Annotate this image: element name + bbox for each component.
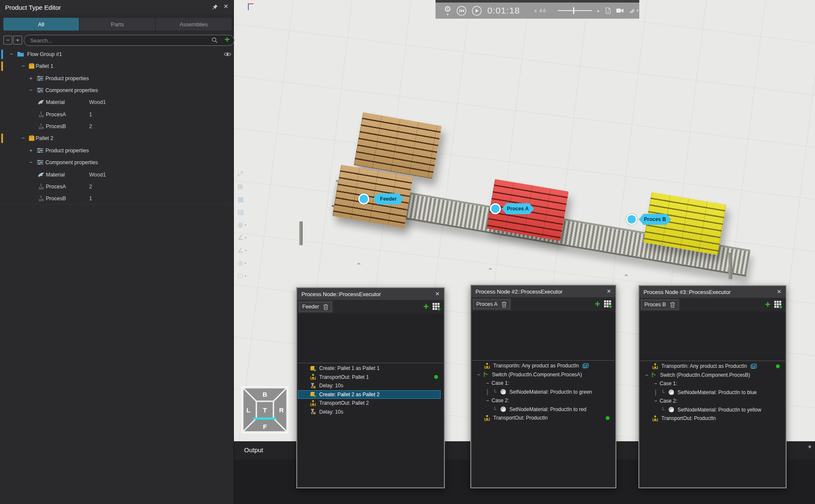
- process-step[interactable]: │└SetNodeMaterial: ProductIn to blue: [640, 388, 785, 397]
- expander[interactable]: −: [645, 372, 651, 378]
- chevron-down-icon[interactable]: ▼: [636, 9, 639, 13]
- expander[interactable]: −: [486, 398, 492, 403]
- proces-a-tag[interactable]: Proces A: [502, 203, 534, 214]
- process-step[interactable]: Delay: 10s: [298, 381, 443, 390]
- slider-handle[interactable]: [573, 7, 574, 14]
- process-step[interactable]: −Switch (ProductIn.Component.ProcesA): [472, 370, 615, 379]
- expander[interactable]: −: [10, 51, 13, 57]
- tab-assemblies[interactable]: Assemblies: [156, 18, 231, 31]
- connectivity-icon[interactable]: [629, 7, 635, 14]
- tree-item[interactable]: −Pallet 2: [0, 132, 233, 144]
- expand-all-button[interactable]: +: [13, 36, 22, 45]
- expander[interactable]: −: [22, 63, 25, 69]
- tab-all[interactable]: All: [3, 18, 79, 31]
- world-star-icon[interactable]: ✳: [808, 444, 812, 450]
- close-icon[interactable]: ✕: [607, 288, 611, 294]
- tree-item[interactable]: −Pallet 1: [0, 60, 233, 72]
- expander[interactable]: −: [22, 135, 25, 141]
- trash-icon[interactable]: [501, 301, 507, 308]
- add-product-type-button[interactable]: +: [225, 34, 230, 45]
- tree-item[interactable]: +Product properties: [0, 73, 233, 84]
- speed-slider[interactable]: [558, 7, 592, 14]
- expander[interactable]: −: [654, 381, 660, 386]
- proces-b-node-handle[interactable]: [626, 214, 637, 225]
- coords-object-button[interactable]: ∠▼: [238, 245, 252, 255]
- tree-item[interactable]: −Flow Group #1: [0, 48, 233, 60]
- tree-item[interactable]: 1123ProcesA2: [0, 181, 233, 193]
- close-icon[interactable]: ✕: [777, 288, 781, 295]
- process-step[interactable]: TransportOut: ProductIn: [472, 414, 615, 423]
- process-step[interactable]: Create: Pallet 1 as Pallet 1: [298, 364, 443, 373]
- expander[interactable]: +: [29, 147, 33, 154]
- add-statement-button[interactable]: +: [765, 299, 770, 310]
- process-step[interactable]: Delay: 10s: [298, 408, 443, 417]
- process-step[interactable]: └SetNodeMaterial: ProductIn to red: [472, 405, 615, 414]
- panel-title-bar[interactable]: Process Node::ProcessExecutor ✕: [297, 288, 444, 300]
- tree-item[interactable]: +Product properties: [0, 145, 233, 157]
- tree-item[interactable]: MaterialWood1: [0, 169, 233, 181]
- panel-title-bar[interactable]: Process Node #2::ProcessExecutor ✕: [471, 286, 615, 297]
- tree-item[interactable]: −Component properties: [0, 157, 233, 168]
- process-step[interactable]: TransportOut: ProductIn: [640, 414, 785, 423]
- export-pdf-icon[interactable]: A: [605, 7, 611, 14]
- tree-item[interactable]: 1123ProcesB1: [0, 193, 233, 204]
- proces-b-tag[interactable]: Proces B: [639, 214, 671, 225]
- process-step[interactable]: −Switch (ProductIn.Component.ProcesB): [640, 371, 785, 380]
- close-icon[interactable]: ✕: [435, 291, 440, 297]
- selection-mode-button[interactable]: ◎▼: [238, 258, 252, 268]
- fit-view-button[interactable]: ⤢: [238, 169, 252, 179]
- rewind-button[interactable]: [456, 5, 467, 17]
- tree-item[interactable]: MaterialWood1: [0, 96, 233, 108]
- grid-snap-button[interactable]: ▦: [238, 194, 252, 204]
- statement-grid-icon[interactable]: [774, 300, 782, 309]
- trash-icon[interactable]: [323, 304, 329, 310]
- simulation-settings-button[interactable]: ⚙ ▼: [444, 5, 451, 17]
- process-step[interactable]: TransportIn: Any product as ProductIn: [472, 361, 615, 370]
- checkbox-icon[interactable]: [582, 363, 589, 369]
- navigation-cube[interactable]: B L T R F: [241, 386, 289, 434]
- close-icon[interactable]: ✕: [223, 3, 228, 10]
- output-panel-title[interactable]: Output: [244, 446, 263, 454]
- process-step[interactable]: └SetNodeMaterial: ProductIn to yellow: [640, 406, 785, 414]
- process-step[interactable]: −Case 2:: [640, 397, 785, 406]
- process-step[interactable]: −Case 2:: [472, 396, 615, 405]
- play-button[interactable]: [472, 5, 482, 17]
- routine-tab-feeder[interactable]: Feeder: [298, 301, 333, 313]
- frame-capture-button[interactable]: ▤: [238, 207, 252, 217]
- search-input[interactable]: [24, 35, 234, 46]
- panel-title-bar[interactable]: Process Node #3::ProcessExecutor ✕: [639, 286, 786, 298]
- nav-highlight-edge[interactable]: [253, 417, 276, 420]
- proces-a-node-handle[interactable]: [490, 203, 501, 214]
- add-statement-button[interactable]: +: [595, 299, 600, 310]
- tree-item[interactable]: 1123ProcesB2: [0, 120, 233, 132]
- routine-tab-proces-a[interactable]: Proces A: [472, 298, 511, 310]
- expander[interactable]: +: [29, 75, 33, 81]
- panel-title-bar[interactable]: Product Type Editor: [0, 0, 233, 14]
- origin-mode-button[interactable]: ◍▼: [238, 220, 252, 230]
- process-step[interactable]: TransportOut: Pallet 1: [298, 373, 443, 382]
- record-video-icon[interactable]: [616, 8, 624, 14]
- checkbox-icon[interactable]: [750, 363, 757, 370]
- pin-icon[interactable]: [212, 4, 218, 10]
- routine-tab-proces-b[interactable]: Proces B: [640, 299, 680, 311]
- process-step[interactable]: TransportIn: Any product as ProductIn: [640, 362, 785, 371]
- expander[interactable]: −: [477, 372, 483, 378]
- expander[interactable]: −: [29, 87, 33, 93]
- collapse-all-button[interactable]: −: [3, 36, 12, 45]
- add-statement-button[interactable]: +: [423, 301, 429, 312]
- tree-item[interactable]: −Component properties: [0, 84, 233, 96]
- statement-grid-icon[interactable]: [432, 302, 441, 311]
- feeder-tag[interactable]: Feeder: [373, 193, 404, 204]
- process-step[interactable]: Create: Pallet 2 as Pallet 2: [298, 390, 441, 399]
- speed-up-icon[interactable]: ▲: [596, 8, 600, 13]
- process-step[interactable]: −Case 1:: [472, 379, 615, 388]
- tree-item[interactable]: 1123ProcesA1: [0, 109, 233, 120]
- feeder-node-handle[interactable]: [358, 193, 369, 204]
- expander[interactable]: −: [654, 398, 660, 404]
- expander[interactable]: −: [486, 380, 492, 386]
- statement-grid-icon[interactable]: [604, 300, 612, 308]
- fill-view-button[interactable]: ⊞: [238, 182, 252, 192]
- process-step[interactable]: −Case 1:: [640, 379, 785, 388]
- process-step[interactable]: TransportOut: Pallet 2: [298, 399, 443, 408]
- process-step[interactable]: │└SetNodeMaterial: ProductIn to green: [472, 388, 615, 397]
